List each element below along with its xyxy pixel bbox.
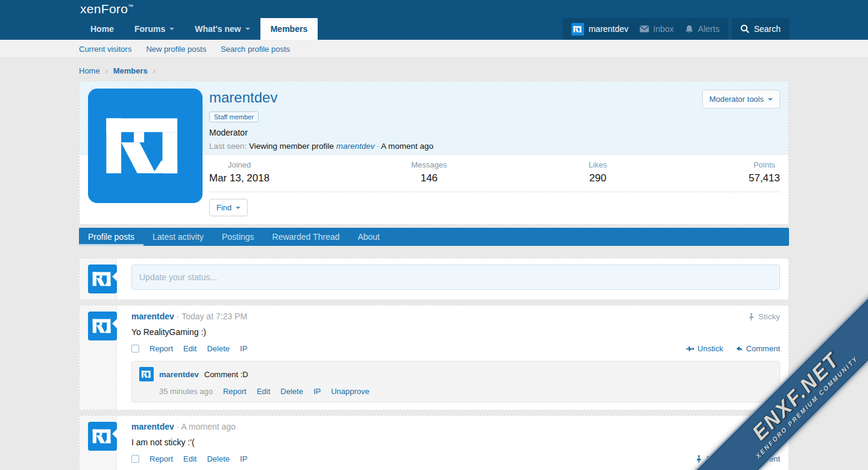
moderator-tools-button[interactable]: Moderator tools	[702, 90, 780, 108]
tab-postings[interactable]: Postings	[213, 228, 263, 246]
comment-ip-link[interactable]: IP	[313, 387, 321, 396]
post-action-row: Report Edit Delete IP Unstick Comment	[131, 344, 780, 353]
post-timestamp[interactable]: Today at 7:23 PM	[177, 312, 247, 321]
site-header: xenForo™ Home Forums What's new Members …	[0, 0, 868, 40]
breadcrumb-members[interactable]: Members	[113, 66, 148, 75]
composer-avatar-column	[80, 258, 117, 299]
tab-about[interactable]: About	[348, 228, 389, 246]
stat-messages: Messages 146	[411, 160, 447, 184]
search-panel: Search	[732, 18, 789, 40]
comment-delete-link[interactable]: Delete	[280, 387, 303, 396]
ip-link[interactable]: IP	[240, 344, 247, 353]
tab-latest-activity[interactable]: Latest activity	[143, 228, 213, 246]
profile-role: Moderator	[209, 128, 780, 137]
comment-author-link[interactable]: marentdev	[159, 370, 199, 379]
subnav-search-profile-posts[interactable]: Search profile posts	[221, 45, 290, 54]
site-logo[interactable]: xenForo™	[80, 2, 133, 16]
chevron-down-icon	[245, 28, 250, 30]
account-panel: marentdev Inbox Alerts	[563, 18, 728, 40]
comment-button[interactable]: Comment	[734, 344, 780, 353]
last-seen-profile-link[interactable]: marentdev	[336, 142, 375, 151]
comment-report-link[interactable]: Report	[223, 387, 247, 396]
sub-navigation: Current visitors New profile posts Searc…	[0, 40, 868, 58]
comment-unapprove-link[interactable]: Unapprove	[331, 387, 370, 396]
post-timestamp[interactable]: A moment ago	[177, 422, 236, 431]
post-content: Yo RealityGaming :)	[131, 327, 780, 337]
reply-arrow-icon	[734, 345, 743, 353]
pin-icon	[695, 455, 703, 463]
unstick-pin-icon	[686, 345, 694, 353]
post-content: I am not sticky :'(	[131, 437, 780, 448]
user-avatar	[571, 23, 584, 36]
breadcrumb: Home › Members ›	[79, 66, 789, 75]
post-comment: marentdev Comment :D 35 minutes ago Repo…	[131, 361, 780, 403]
comment-timestamp[interactable]: 35 minutes ago	[159, 387, 213, 396]
stat-joined: Joined Mar 13, 2018	[209, 160, 269, 184]
profile-card: marentdev Staff member Moderator Last se…	[79, 81, 789, 225]
chevron-down-icon	[768, 98, 773, 101]
subnav-new-profile-posts[interactable]: New profile posts	[146, 45, 206, 54]
edit-link[interactable]: Edit	[183, 344, 197, 353]
post-author-link[interactable]: marentdev	[131, 312, 174, 321]
tab-rewarded-thread[interactable]: Rewarded Thread	[263, 228, 349, 246]
comment-author-avatar[interactable]	[139, 367, 154, 381]
staff-member-badge: Staff member	[209, 111, 259, 122]
profile-avatar[interactable]	[88, 89, 203, 203]
main-nav: Home Forums What's new Members marentdev	[79, 18, 789, 40]
subnav-current-visitors[interactable]: Current visitors	[79, 45, 131, 54]
search-icon	[740, 24, 750, 34]
unstick-button[interactable]: Unstick	[686, 344, 723, 353]
stat-likes: Likes 290	[589, 160, 607, 184]
breadcrumb-home[interactable]: Home	[79, 66, 100, 75]
inbox-button[interactable]: Inbox	[640, 24, 674, 34]
report-link[interactable]: Report	[149, 454, 173, 463]
post-select-checkbox[interactable]	[131, 345, 139, 352]
breadcrumb-separator: ›	[105, 67, 108, 75]
pin-icon	[747, 313, 755, 321]
search-button[interactable]: Search	[740, 24, 781, 34]
stat-points: Points 57,413	[749, 160, 780, 184]
sticky-badge: Sticky	[747, 312, 780, 321]
delete-link[interactable]: Delete	[207, 454, 230, 463]
post-action-row: Report Edit Delete IP Stick Comment	[131, 454, 780, 463]
breadcrumb-separator: ›	[153, 67, 156, 75]
profile-tab-bar: Profile posts Latest activity Postings R…	[79, 228, 789, 246]
profile-post: marentdev Today at 7:23 PM Sticky Yo Rea…	[79, 305, 789, 410]
nav-tab-members[interactable]: Members	[260, 18, 318, 40]
delete-link[interactable]: Delete	[207, 344, 230, 353]
last-seen: Last seen: Viewing member profile marent…	[209, 142, 780, 151]
rg-avatar-logo	[571, 23, 584, 36]
find-button[interactable]: Find	[209, 199, 248, 216]
rg-avatar-logo	[88, 89, 203, 203]
profile-username: marentdev	[209, 89, 780, 106]
account-username: marentdev	[588, 24, 628, 34]
nav-tab-whats-new[interactable]: What's new	[184, 18, 260, 40]
ip-link[interactable]: IP	[240, 454, 247, 463]
post-avatar-column	[80, 416, 117, 470]
post-avatar-column	[80, 306, 117, 410]
profile-post: marentdev A moment ago I am not sticky :…	[79, 415, 789, 470]
envelope-icon	[640, 25, 649, 33]
status-composer-card	[79, 258, 789, 300]
comment-edit-link[interactable]: Edit	[257, 387, 270, 396]
status-update-input[interactable]	[131, 265, 780, 290]
tab-profile-posts[interactable]: Profile posts	[79, 228, 143, 246]
rg-avatar-logo	[139, 367, 154, 381]
bell-icon	[685, 25, 694, 34]
chevron-down-icon	[169, 28, 174, 30]
comment-content: Comment :D	[204, 370, 248, 379]
edit-link[interactable]: Edit	[183, 454, 197, 463]
chevron-down-icon	[236, 207, 241, 209]
report-link[interactable]: Report	[149, 344, 173, 353]
nav-tab-forums[interactable]: Forums	[124, 18, 184, 40]
post-author-link[interactable]: marentdev	[131, 422, 174, 431]
alerts-button[interactable]: Alerts	[685, 24, 720, 34]
post-select-checkbox[interactable]	[131, 455, 139, 463]
nav-tab-home[interactable]: Home	[80, 18, 124, 40]
account-menu[interactable]: marentdev	[571, 23, 628, 36]
